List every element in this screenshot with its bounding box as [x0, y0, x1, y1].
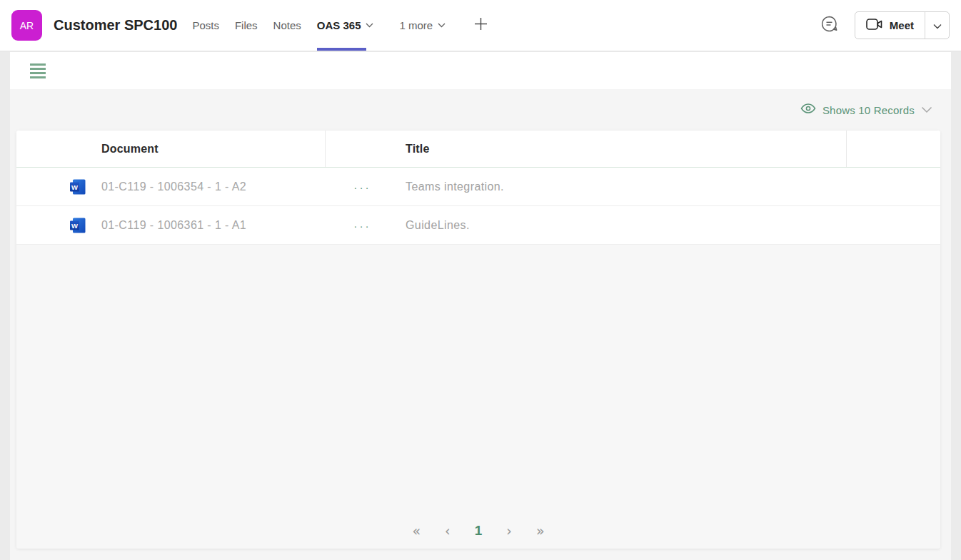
tab-bar: Posts Files Notes OAS 365 1 more — [184, 0, 493, 51]
hamburger-menu-icon — [30, 63, 46, 66]
chat-bubble-icon — [820, 14, 839, 36]
table-row[interactable]: W 01-C119 - 1006354 - 1 - A2 ... Teams i… — [16, 168, 940, 206]
chevron-down-icon — [921, 103, 932, 116]
document-title: GuideLines. — [406, 206, 470, 244]
tab-posts[interactable]: Posts — [184, 0, 227, 51]
column-header-document: Document — [101, 143, 159, 156]
tab-files[interactable]: Files — [227, 0, 266, 51]
team-title: Customer SPC100 — [54, 17, 177, 34]
plus-icon — [473, 16, 488, 34]
meet-split-button: Meet — [855, 11, 950, 39]
tab-label: Notes — [273, 19, 301, 31]
row-more-options-button[interactable]: ... — [346, 168, 379, 205]
chat-button[interactable] — [817, 11, 842, 39]
word-file-icon: W — [69, 178, 86, 195]
table-body: W 01-C119 - 1006354 - 1 - A2 ... Teams i… — [16, 168, 940, 245]
svg-text:W: W — [71, 183, 78, 191]
previous-page-button[interactable]: ‹ — [441, 521, 455, 540]
chevron-down-icon — [933, 19, 942, 32]
eye-icon — [800, 103, 816, 116]
records-bar: Shows 10 Records — [10, 89, 951, 131]
document-number-link[interactable]: 01-C119 - 1006354 - 1 - A2 — [101, 168, 246, 205]
meet-options-button[interactable] — [925, 12, 949, 39]
chevron-down-icon — [366, 23, 373, 28]
tab-oas-365[interactable]: OAS 365 — [309, 0, 382, 51]
teams-top-bar: AR Customer SPC100 Posts Files Notes OAS… — [0, 0, 961, 51]
tab-notes[interactable]: Notes — [266, 0, 309, 51]
column-header-title: Title — [406, 143, 430, 156]
last-page-button[interactable]: » — [532, 521, 549, 540]
row-more-options-button[interactable]: ... — [346, 206, 379, 244]
app-toolbar — [10, 52, 951, 89]
table-header-row: Document Title — [16, 131, 940, 168]
topbar-actions: Meet — [817, 11, 950, 39]
svg-text:W: W — [71, 222, 78, 230]
document-number-link[interactable]: 01-C119 - 1006361 - 1 - A1 — [101, 206, 246, 244]
tab-more[interactable]: 1 more — [391, 0, 453, 51]
tab-label: Files — [235, 19, 258, 31]
meet-button-label: Meet — [890, 19, 914, 31]
tab-label: 1 more — [399, 19, 433, 31]
table-row[interactable]: W 01-C119 - 1006361 - 1 - A1 ... GuideLi… — [16, 206, 940, 245]
tab-content-area: Shows 10 Records Document Title — [10, 52, 951, 560]
next-page-button[interactable]: › — [502, 521, 516, 540]
video-camera-icon — [866, 18, 883, 34]
word-file-icon: W — [69, 217, 86, 234]
first-page-button[interactable]: « — [408, 521, 425, 540]
tab-label: Posts — [192, 19, 219, 31]
add-tab-button[interactable] — [469, 12, 493, 39]
pagination: « ‹ 1 › » — [16, 521, 940, 540]
meet-button[interactable]: Meet — [855, 12, 925, 39]
records-label: Shows 10 Records — [822, 104, 915, 116]
current-page-indicator: 1 — [471, 521, 487, 540]
document-title: Teams integration. — [406, 168, 504, 205]
column-divider — [846, 131, 847, 167]
column-divider — [325, 131, 326, 167]
hamburger-menu-button[interactable] — [27, 61, 49, 81]
tab-label: OAS 365 — [317, 19, 361, 31]
documents-table-card: Document Title W 01-C119 — [16, 131, 940, 549]
team-avatar: AR — [11, 10, 42, 41]
chevron-down-icon — [438, 23, 446, 28]
records-filter-dropdown[interactable]: Shows 10 Records — [800, 103, 932, 116]
